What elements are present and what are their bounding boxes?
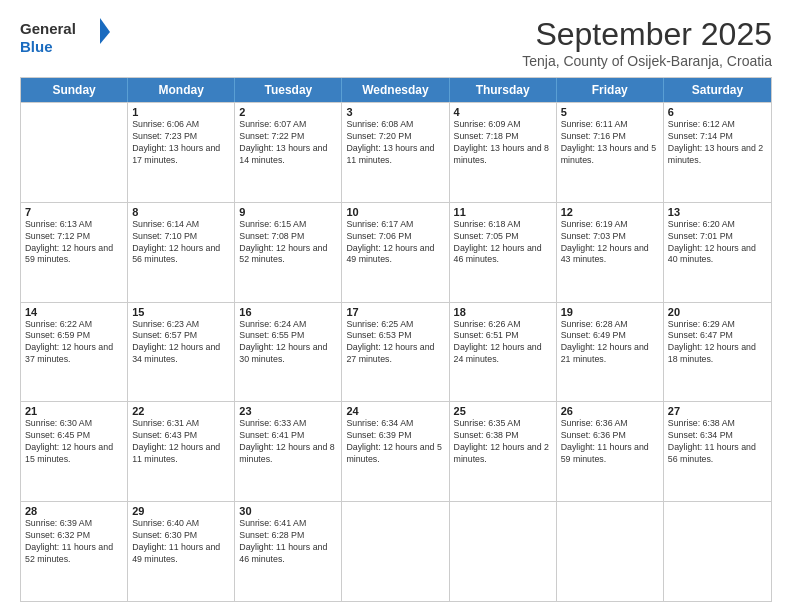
calendar-row: 7 Sunrise: 6:13 AMSunset: 7:12 PMDayligh… xyxy=(21,202,771,302)
calendar-cell: 1 Sunrise: 6:06 AMSunset: 7:23 PMDayligh… xyxy=(128,103,235,202)
cell-day-number: 14 xyxy=(25,306,123,318)
logo: General Blue xyxy=(20,16,110,58)
day-header-wednesday: Wednesday xyxy=(342,78,449,102)
cell-info: Sunrise: 6:14 AMSunset: 7:10 PMDaylight:… xyxy=(132,219,230,267)
day-header-thursday: Thursday xyxy=(450,78,557,102)
cell-info: Sunrise: 6:15 AMSunset: 7:08 PMDaylight:… xyxy=(239,219,337,267)
svg-text:Blue: Blue xyxy=(20,38,53,55)
day-header-friday: Friday xyxy=(557,78,664,102)
calendar-row: 14 Sunrise: 6:22 AMSunset: 6:59 PMDaylig… xyxy=(21,302,771,402)
cell-day-number: 21 xyxy=(25,405,123,417)
cell-info: Sunrise: 6:24 AMSunset: 6:55 PMDaylight:… xyxy=(239,319,337,367)
cell-day-number: 28 xyxy=(25,505,123,517)
cell-info: Sunrise: 6:09 AMSunset: 7:18 PMDaylight:… xyxy=(454,119,552,167)
cell-info: Sunrise: 6:31 AMSunset: 6:43 PMDaylight:… xyxy=(132,418,230,466)
calendar-header: SundayMondayTuesdayWednesdayThursdayFrid… xyxy=(21,78,771,102)
header: General Blue September 2025 Tenja, Count… xyxy=(20,16,772,69)
cell-info: Sunrise: 6:22 AMSunset: 6:59 PMDaylight:… xyxy=(25,319,123,367)
calendar-cell: 14 Sunrise: 6:22 AMSunset: 6:59 PMDaylig… xyxy=(21,303,128,402)
cell-day-number: 2 xyxy=(239,106,337,118)
cell-info: Sunrise: 6:25 AMSunset: 6:53 PMDaylight:… xyxy=(346,319,444,367)
cell-day-number: 10 xyxy=(346,206,444,218)
cell-day-number: 9 xyxy=(239,206,337,218)
cell-info: Sunrise: 6:17 AMSunset: 7:06 PMDaylight:… xyxy=(346,219,444,267)
cell-day-number: 22 xyxy=(132,405,230,417)
calendar-cell: 16 Sunrise: 6:24 AMSunset: 6:55 PMDaylig… xyxy=(235,303,342,402)
calendar-body: 1 Sunrise: 6:06 AMSunset: 7:23 PMDayligh… xyxy=(21,102,771,601)
day-header-saturday: Saturday xyxy=(664,78,771,102)
cell-day-number: 13 xyxy=(668,206,767,218)
calendar-cell: 9 Sunrise: 6:15 AMSunset: 7:08 PMDayligh… xyxy=(235,203,342,302)
calendar-cell: 6 Sunrise: 6:12 AMSunset: 7:14 PMDayligh… xyxy=(664,103,771,202)
calendar-cell: 12 Sunrise: 6:19 AMSunset: 7:03 PMDaylig… xyxy=(557,203,664,302)
calendar-cell: 11 Sunrise: 6:18 AMSunset: 7:05 PMDaylig… xyxy=(450,203,557,302)
calendar-cell: 5 Sunrise: 6:11 AMSunset: 7:16 PMDayligh… xyxy=(557,103,664,202)
calendar-row: 21 Sunrise: 6:30 AMSunset: 6:45 PMDaylig… xyxy=(21,401,771,501)
cell-info: Sunrise: 6:19 AMSunset: 7:03 PMDaylight:… xyxy=(561,219,659,267)
cell-day-number: 29 xyxy=(132,505,230,517)
calendar-cell: 2 Sunrise: 6:07 AMSunset: 7:22 PMDayligh… xyxy=(235,103,342,202)
calendar-cell: 25 Sunrise: 6:35 AMSunset: 6:38 PMDaylig… xyxy=(450,402,557,501)
cell-day-number: 25 xyxy=(454,405,552,417)
cell-day-number: 16 xyxy=(239,306,337,318)
calendar-cell: 10 Sunrise: 6:17 AMSunset: 7:06 PMDaylig… xyxy=(342,203,449,302)
calendar-cell: 8 Sunrise: 6:14 AMSunset: 7:10 PMDayligh… xyxy=(128,203,235,302)
cell-info: Sunrise: 6:38 AMSunset: 6:34 PMDaylight:… xyxy=(668,418,767,466)
cell-day-number: 19 xyxy=(561,306,659,318)
cell-info: Sunrise: 6:20 AMSunset: 7:01 PMDaylight:… xyxy=(668,219,767,267)
page: General Blue September 2025 Tenja, Count… xyxy=(0,0,792,612)
cell-info: Sunrise: 6:40 AMSunset: 6:30 PMDaylight:… xyxy=(132,518,230,566)
cell-day-number: 27 xyxy=(668,405,767,417)
cell-info: Sunrise: 6:35 AMSunset: 6:38 PMDaylight:… xyxy=(454,418,552,466)
cell-info: Sunrise: 6:36 AMSunset: 6:36 PMDaylight:… xyxy=(561,418,659,466)
day-header-tuesday: Tuesday xyxy=(235,78,342,102)
calendar-cell: 19 Sunrise: 6:28 AMSunset: 6:49 PMDaylig… xyxy=(557,303,664,402)
day-header-sunday: Sunday xyxy=(21,78,128,102)
calendar-cell xyxy=(450,502,557,601)
cell-info: Sunrise: 6:23 AMSunset: 6:57 PMDaylight:… xyxy=(132,319,230,367)
cell-day-number: 12 xyxy=(561,206,659,218)
cell-info: Sunrise: 6:07 AMSunset: 7:22 PMDaylight:… xyxy=(239,119,337,167)
cell-day-number: 26 xyxy=(561,405,659,417)
calendar-cell xyxy=(664,502,771,601)
cell-info: Sunrise: 6:29 AMSunset: 6:47 PMDaylight:… xyxy=(668,319,767,367)
day-header-monday: Monday xyxy=(128,78,235,102)
cell-day-number: 11 xyxy=(454,206,552,218)
cell-info: Sunrise: 6:13 AMSunset: 7:12 PMDaylight:… xyxy=(25,219,123,267)
logo-svg: General Blue xyxy=(20,16,110,58)
cell-day-number: 20 xyxy=(668,306,767,318)
cell-info: Sunrise: 6:18 AMSunset: 7:05 PMDaylight:… xyxy=(454,219,552,267)
calendar-cell: 17 Sunrise: 6:25 AMSunset: 6:53 PMDaylig… xyxy=(342,303,449,402)
cell-day-number: 1 xyxy=(132,106,230,118)
calendar-cell xyxy=(557,502,664,601)
calendar-row: 28 Sunrise: 6:39 AMSunset: 6:32 PMDaylig… xyxy=(21,501,771,601)
cell-day-number: 6 xyxy=(668,106,767,118)
location: Tenja, County of Osijek-Baranja, Croatia xyxy=(522,53,772,69)
calendar-cell: 22 Sunrise: 6:31 AMSunset: 6:43 PMDaylig… xyxy=(128,402,235,501)
calendar-cell: 27 Sunrise: 6:38 AMSunset: 6:34 PMDaylig… xyxy=(664,402,771,501)
cell-day-number: 30 xyxy=(239,505,337,517)
cell-day-number: 23 xyxy=(239,405,337,417)
cell-info: Sunrise: 6:33 AMSunset: 6:41 PMDaylight:… xyxy=(239,418,337,466)
calendar-cell: 26 Sunrise: 6:36 AMSunset: 6:36 PMDaylig… xyxy=(557,402,664,501)
cell-day-number: 5 xyxy=(561,106,659,118)
cell-info: Sunrise: 6:34 AMSunset: 6:39 PMDaylight:… xyxy=(346,418,444,466)
calendar-cell: 3 Sunrise: 6:08 AMSunset: 7:20 PMDayligh… xyxy=(342,103,449,202)
cell-info: Sunrise: 6:41 AMSunset: 6:28 PMDaylight:… xyxy=(239,518,337,566)
cell-day-number: 18 xyxy=(454,306,552,318)
cell-info: Sunrise: 6:06 AMSunset: 7:23 PMDaylight:… xyxy=(132,119,230,167)
calendar-cell: 13 Sunrise: 6:20 AMSunset: 7:01 PMDaylig… xyxy=(664,203,771,302)
calendar-cell xyxy=(342,502,449,601)
calendar-cell: 29 Sunrise: 6:40 AMSunset: 6:30 PMDaylig… xyxy=(128,502,235,601)
title-block: September 2025 Tenja, County of Osijek-B… xyxy=(522,16,772,69)
calendar-cell: 30 Sunrise: 6:41 AMSunset: 6:28 PMDaylig… xyxy=(235,502,342,601)
cell-info: Sunrise: 6:39 AMSunset: 6:32 PMDaylight:… xyxy=(25,518,123,566)
month-title: September 2025 xyxy=(522,16,772,53)
cell-info: Sunrise: 6:11 AMSunset: 7:16 PMDaylight:… xyxy=(561,119,659,167)
cell-day-number: 17 xyxy=(346,306,444,318)
cell-info: Sunrise: 6:28 AMSunset: 6:49 PMDaylight:… xyxy=(561,319,659,367)
calendar: SundayMondayTuesdayWednesdayThursdayFrid… xyxy=(20,77,772,602)
svg-marker-2 xyxy=(100,18,110,44)
calendar-cell xyxy=(21,103,128,202)
cell-day-number: 3 xyxy=(346,106,444,118)
